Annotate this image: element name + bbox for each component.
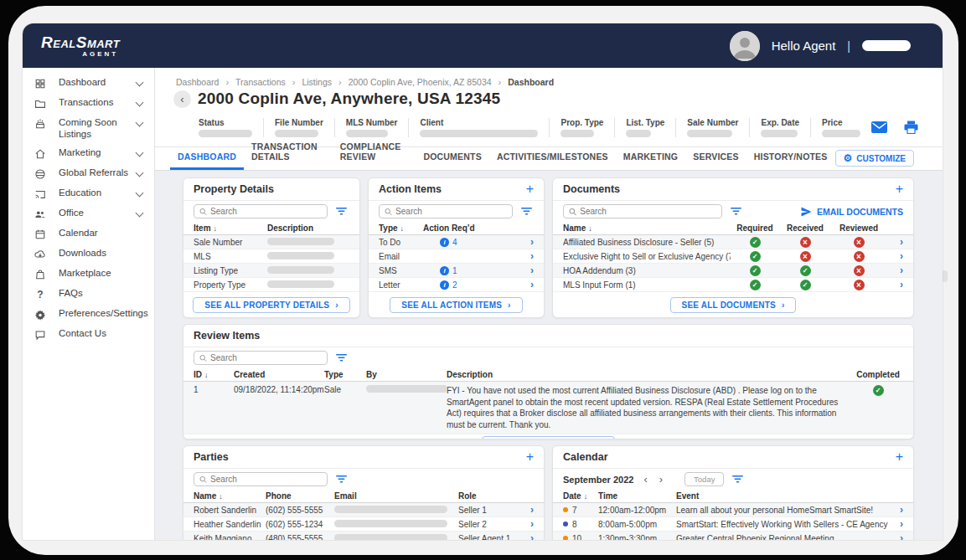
search-input[interactable]: [395, 207, 507, 216]
tab-services[interactable]: SERVICES: [685, 146, 746, 170]
chevron-right-icon[interactable]: ›: [522, 237, 534, 247]
chevron-right-icon[interactable]: ›: [886, 251, 903, 261]
column-header[interactable]: Received: [779, 223, 831, 233]
column-header[interactable]: Role: [458, 491, 520, 501]
column-header[interactable]: Completed: [853, 370, 903, 379]
add-action-item-icon[interactable]: +: [526, 182, 534, 196]
chevron-right-icon[interactable]: ›: [522, 251, 534, 261]
sidebar-item-dashboard[interactable]: Dashboard: [23, 74, 154, 94]
column-header[interactable]: Email: [334, 491, 458, 501]
column-header[interactable]: Event: [676, 491, 890, 501]
sidebar-item-marketing[interactable]: Marketing: [23, 144, 154, 164]
sidebar-item-faqs[interactable]: ? FAQs: [23, 285, 154, 305]
breadcrumb-item[interactable]: Transactions: [235, 77, 302, 87]
chevron-right-icon[interactable]: ›: [890, 533, 903, 540]
table-row[interactable]: Robert Sanderlin (602) 555-5555 Seller 1…: [183, 503, 544, 517]
filter-icon[interactable]: [731, 208, 741, 215]
tab-marketing[interactable]: MARKETING: [616, 146, 685, 170]
filter-icon[interactable]: [336, 208, 347, 215]
column-header[interactable]: Time: [598, 491, 676, 501]
filter-icon[interactable]: [336, 354, 347, 362]
add-document-icon[interactable]: +: [896, 182, 903, 196]
column-header[interactable]: Reviewed: [831, 223, 886, 233]
sidebar-item-marketplace[interactable]: Marketplace: [23, 265, 154, 285]
column-header[interactable]: Created: [234, 370, 324, 379]
sidebar-item-transactions[interactable]: Transactions: [23, 94, 154, 114]
tab-history-notes[interactable]: HISTORY/NOTES: [746, 146, 835, 170]
tab-compliance-review[interactable]: COMPLIANCE REVIEW: [333, 136, 416, 170]
chevron-right-icon[interactable]: ›: [520, 505, 534, 515]
search-input[interactable]: [210, 207, 322, 216]
column-header[interactable]: Date↓: [563, 491, 598, 501]
today-button[interactable]: Today: [684, 472, 724, 486]
sidebar-item-global-referrals[interactable]: Global Referrals: [23, 164, 154, 184]
table-row[interactable]: Property Type: [183, 278, 359, 292]
add-party-icon[interactable]: +: [526, 450, 534, 464]
table-row[interactable]: Affiliated Business Disclosure - Seller …: [553, 235, 913, 249]
filter-icon[interactable]: [521, 208, 532, 215]
column-header[interactable]: Item↓: [194, 223, 267, 233]
table-row[interactable]: 10 1:30pm-3:30pm Greater Central Phoenix…: [553, 532, 913, 540]
table-row[interactable]: HOA Addendum (3) ›: [553, 264, 913, 278]
sidebar-item-contact-us[interactable]: Contact Us: [23, 325, 154, 345]
table-row[interactable]: To Do i 4 ›: [369, 235, 544, 249]
see-all-review-items-button[interactable]: SEE ALL REVIEW ITEMS ›: [482, 436, 616, 439]
column-header[interactable]: Type↓: [379, 223, 423, 233]
previous-month-icon[interactable]: ‹: [642, 474, 648, 485]
next-month-icon[interactable]: ›: [658, 474, 664, 485]
print-icon[interactable]: [904, 121, 918, 134]
table-row[interactable]: 8 8:00am-5:00pm SmartStart: Effectively …: [553, 517, 913, 532]
tab-dashboard[interactable]: DASHBOARD: [170, 146, 244, 170]
see-all-property-details-button[interactable]: SEE ALL PROPERTY DETAILS ›: [193, 297, 349, 313]
column-header[interactable]: By: [366, 370, 447, 379]
tab-documents[interactable]: DOCUMENTS: [416, 146, 488, 170]
search-input[interactable]: [580, 207, 716, 216]
sidebar-item-downloads[interactable]: Downloads: [23, 244, 154, 265]
back-button[interactable]: ‹: [173, 90, 191, 108]
column-header[interactable]: Phone: [266, 491, 334, 501]
chevron-right-icon[interactable]: ›: [522, 265, 534, 275]
column-header[interactable]: Type: [324, 370, 366, 379]
breadcrumb-item[interactable]: 2000 Coplin Ave, Phoenix, AZ 85034: [349, 77, 509, 87]
chevron-right-icon[interactable]: ›: [886, 280, 903, 290]
see-all-documents-button[interactable]: SEE ALL DOCUMENTS ›: [670, 297, 797, 313]
chevron-right-icon[interactable]: ›: [890, 519, 903, 529]
column-header[interactable]: ID↓: [194, 370, 234, 379]
filter-icon[interactable]: [336, 475, 347, 483]
column-header[interactable]: Description: [447, 370, 853, 379]
customize-button[interactable]: ⚙ CUSTOMIZE: [835, 150, 914, 167]
chevron-right-icon[interactable]: ›: [520, 533, 534, 540]
email-documents-button[interactable]: EMAIL DOCUMENTS: [801, 207, 903, 217]
column-header[interactable]: Action Req’d: [423, 223, 522, 233]
see-all-action-items-button[interactable]: SEE ALL ACTION ITEMS ›: [390, 297, 522, 313]
table-row[interactable]: Letter i 2 ›: [369, 278, 544, 292]
table-row[interactable]: 1 09/18/2022, 11:14:20pm Sale FYI - You …: [183, 382, 913, 434]
column-header[interactable]: Required: [731, 223, 779, 233]
table-row[interactable]: Keith Maggiano (480) 555-5555 Seller Age…: [183, 532, 544, 540]
add-event-icon[interactable]: +: [896, 450, 903, 464]
chevron-right-icon[interactable]: ›: [520, 519, 534, 529]
column-header[interactable]: Name↓: [563, 223, 731, 233]
scrollbar-thumb[interactable]: [942, 270, 948, 282]
column-header[interactable]: Description: [267, 223, 349, 233]
table-row[interactable]: MLS: [183, 249, 359, 264]
chevron-right-icon[interactable]: ›: [522, 280, 534, 290]
tab-transaction-details[interactable]: TRANSACTION DETAILS: [244, 136, 333, 170]
table-row[interactable]: MLS Input Form (1) ›: [553, 278, 913, 292]
breadcrumb-item[interactable]: Dashboard: [176, 77, 235, 87]
table-row[interactable]: Exclusive Right to Sell or Exclusive Age…: [553, 249, 913, 264]
sidebar-item-coming-soon-listings[interactable]: Coming Soon Listings: [23, 114, 154, 144]
email-icon[interactable]: [871, 121, 887, 133]
sidebar-item-office[interactable]: Office: [23, 204, 154, 224]
filter-icon[interactable]: [732, 475, 743, 483]
chevron-right-icon[interactable]: ›: [886, 237, 903, 247]
table-row[interactable]: 7 12:00am-12:00pm Learn all about your p…: [553, 503, 913, 517]
chevron-right-icon[interactable]: ›: [886, 265, 903, 275]
table-row[interactable]: SMS i 1 ›: [369, 264, 544, 278]
tab-activities-milestones[interactable]: ACTIVITIES/MILESTONES: [489, 146, 616, 170]
table-row[interactable]: Sale Number: [183, 235, 359, 249]
breadcrumb-item[interactable]: Listings: [302, 77, 348, 87]
table-row[interactable]: Heather Sanderlin (602) 555-1234 Seller …: [183, 517, 544, 532]
search-input[interactable]: [210, 475, 322, 484]
column-header[interactable]: Name↓: [194, 491, 266, 501]
